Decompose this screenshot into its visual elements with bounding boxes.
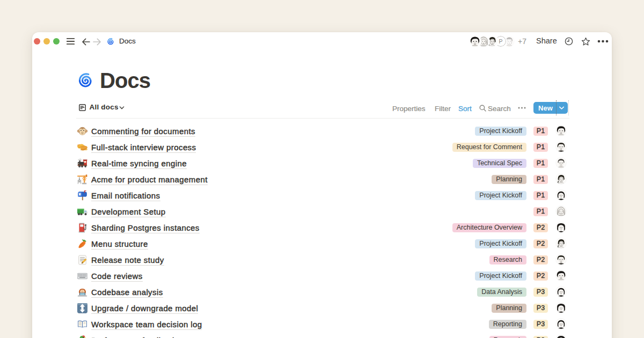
svg-text:P: P (499, 38, 502, 45)
